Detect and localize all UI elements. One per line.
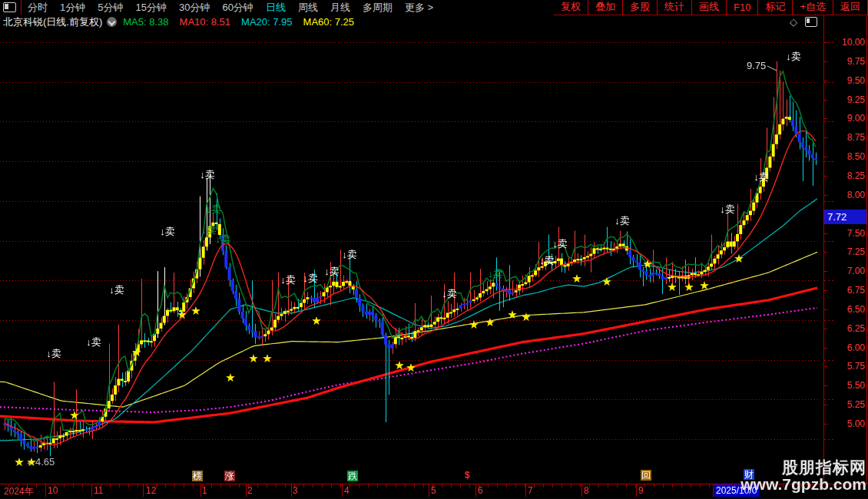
peak-price-label: 9.75 <box>747 60 766 71</box>
sell-signal-label: ↓卖 <box>552 237 568 251</box>
sell-signal-label: ↓卖 <box>786 50 801 64</box>
price-axis-label: 5.25 <box>827 399 865 410</box>
axis-grid-stub <box>824 360 833 361</box>
buy-star-marker: ★ <box>699 279 709 291</box>
month-divider <box>291 484 292 497</box>
month-divider <box>525 484 526 497</box>
buy-star-marker: ★ <box>394 359 404 371</box>
period-menu-item[interactable]: 多周期 <box>356 1 399 15</box>
buy-star-marker: ★ <box>131 346 141 358</box>
sell-signal-label: ↓卖 <box>109 283 124 297</box>
month-divider <box>342 484 343 497</box>
legend-right-icons: ◇ <box>790 16 817 28</box>
buy-star-marker: ★ <box>507 309 517 320</box>
sell-signal-label: ↓卖 <box>342 248 357 262</box>
period-menu-item[interactable]: 周线 <box>292 1 324 15</box>
price-axis-tick <box>823 271 827 272</box>
price-axis-tick <box>823 195 827 196</box>
price-axis-tick <box>823 385 827 386</box>
shortcut-涨-button[interactable]: 涨 <box>224 471 235 481</box>
price-axis-label: 9.25 <box>827 94 865 105</box>
buy-star-marker: ★ <box>734 253 744 264</box>
time-axis-label: 12 <box>146 485 156 496</box>
month-divider <box>200 484 201 497</box>
stock-title: 北京科锐(日线.前复权) <box>3 15 102 29</box>
split-window-icon[interactable] <box>805 17 817 27</box>
ma-legend-item: MA10: 8.51 <box>180 16 231 28</box>
price-axis-label: 6.25 <box>827 323 865 334</box>
axis-grid-stub <box>824 241 833 242</box>
shortcut-跌-button[interactable]: 跌 <box>347 471 358 481</box>
ma-legend: MA5: 8.38MA10: 8.51MA20: 7.95MA60: 7.25 <box>123 16 365 28</box>
price-chart-canvas[interactable] <box>0 29 823 484</box>
tool-menu-item[interactable]: F10 <box>727 2 757 13</box>
sell-signal-label: ↓卖 <box>303 272 318 286</box>
buy-star-marker: ★ <box>642 258 652 269</box>
buy-star-marker: ★ <box>14 456 24 468</box>
axis-grid-stub <box>824 201 833 202</box>
price-axis-tick <box>823 100 827 101</box>
tool-menu-item[interactable]: 复权 <box>554 0 588 14</box>
price-axis-label: 5.50 <box>827 380 865 391</box>
window-layout-icon[interactable] <box>3 2 16 12</box>
sell-signal-label: ↓卖 <box>324 265 340 279</box>
tool-menu-item[interactable]: 返回 <box>833 0 867 14</box>
month-divider <box>143 484 144 497</box>
axis-grid-stub <box>824 42 833 43</box>
period-menu-item[interactable]: 15分钟 <box>129 1 172 15</box>
diamond-icon[interactable]: ◇ <box>790 16 797 28</box>
price-axis-tick <box>823 233 827 234</box>
shortcut-$-button[interactable]: $ <box>464 470 471 481</box>
period-menu-item[interactable]: 5分钟 <box>91 1 129 15</box>
period-menu-item[interactable]: 30分钟 <box>173 1 216 15</box>
price-axis-label: 7.50 <box>827 228 865 239</box>
time-axis-label: 6 <box>478 485 483 496</box>
buy-star-marker: ★ <box>521 311 531 322</box>
price-axis-label: 5.75 <box>827 361 865 372</box>
tool-menu-item[interactable]: 画线 <box>692 0 726 14</box>
time-axis-label: 7 <box>528 485 533 496</box>
month-divider <box>475 484 476 497</box>
watermark-site-name: 股朋指标网 <box>740 459 866 476</box>
chevron-down-icon[interactable] <box>107 17 117 27</box>
price-axis-tick <box>823 176 827 177</box>
shortcut-回-button[interactable]: 回 <box>641 470 651 481</box>
shortcut-榜-button[interactable]: 榜 <box>192 471 203 481</box>
price-axis-label: 6.00 <box>827 342 865 353</box>
price-axis-label: 8.75 <box>827 132 865 143</box>
tool-menu-item[interactable]: 统计 <box>658 0 691 14</box>
buy-star-marker: ★ <box>684 281 694 292</box>
buy-star-marker: ★ <box>406 362 416 373</box>
time-axis-label: 9 <box>638 485 644 496</box>
period-menu-item[interactable]: 月线 <box>324 1 356 15</box>
period-menu-item[interactable]: 1分钟 <box>54 1 91 15</box>
price-axis-tick <box>823 309 827 310</box>
month-divider <box>45 484 46 497</box>
price-axis-label: 6.75 <box>827 285 865 296</box>
sell-signal-label: ↓卖 <box>160 225 175 239</box>
axis-grid-stub <box>824 82 833 83</box>
tool-menu-item[interactable]: +自选 <box>793 0 833 14</box>
period-menu-item[interactable]: 分时 <box>22 1 54 15</box>
tool-menu-item[interactable]: 标记 <box>758 0 792 14</box>
period-menu-item[interactable]: 60分钟 <box>216 1 259 15</box>
price-axis-tick <box>823 405 827 405</box>
sell-signal-label-green: ↓卖 <box>201 223 217 237</box>
time-axis-label: 11 <box>94 485 103 496</box>
price-axis-label: 9.75 <box>827 56 865 67</box>
tool-menu-item[interactable]: 多股 <box>623 0 657 14</box>
period-menu-item[interactable]: 日线 <box>260 1 292 15</box>
buy-star-marker: ★ <box>69 409 79 421</box>
low-price-label: ←4.65 <box>25 456 55 468</box>
sell-signal-label: ↓卖 <box>46 347 61 361</box>
sell-signal-label: ↓卖 <box>86 335 101 349</box>
month-divider <box>636 484 637 497</box>
month-divider <box>429 484 429 497</box>
time-axis-label: 2 <box>247 485 253 496</box>
period-menu-item[interactable]: 更多 > <box>399 1 439 15</box>
month-divider <box>581 484 582 497</box>
price-axis-tick <box>823 81 827 81</box>
price-axis-tick <box>823 137 827 138</box>
tool-menu-item[interactable]: 叠加 <box>588 0 622 14</box>
sell-signal-label-green: ↓卖 <box>215 233 230 246</box>
